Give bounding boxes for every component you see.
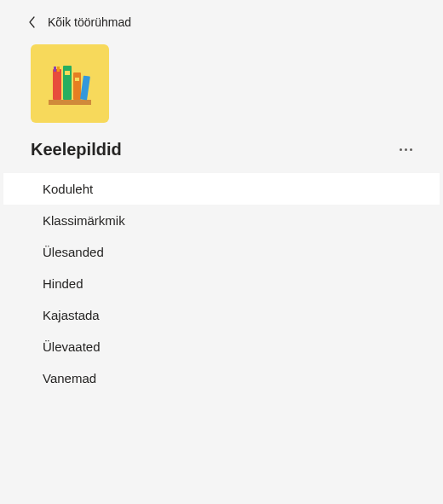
channel-item[interactable]: Ülevaated: [3, 331, 440, 362]
books-icon: [43, 57, 96, 110]
channel-item[interactable]: Koduleht: [3, 173, 440, 205]
team-avatar: [31, 44, 109, 123]
svg-rect-2: [54, 67, 56, 72]
header-back-label: Kõik töörühmad: [48, 15, 131, 29]
svg-rect-8: [80, 76, 90, 101]
channel-list: KodulehtKlassimärkmikÜlesandedHindedKaja…: [3, 173, 440, 394]
channel-item[interactable]: Hinded: [3, 268, 440, 299]
svg-rect-0: [49, 100, 91, 105]
chevron-left-icon: [26, 15, 39, 29]
team-title: Keelepildid: [31, 140, 122, 159]
channel-item[interactable]: Vanemad: [3, 362, 440, 394]
more-options-icon[interactable]: [396, 145, 416, 154]
svg-rect-1: [53, 69, 61, 100]
team-avatar-block: [3, 44, 440, 123]
svg-rect-7: [75, 78, 79, 81]
channel-item[interactable]: Kajastada: [3, 299, 440, 331]
svg-rect-6: [73, 72, 81, 100]
channel-item[interactable]: Ülesanded: [3, 236, 440, 268]
svg-rect-5: [65, 71, 70, 75]
svg-rect-3: [57, 67, 60, 72]
header-back-row[interactable]: Kõik töörühmad: [3, 15, 440, 29]
channel-item[interactable]: Klassimärkmik: [3, 205, 440, 236]
